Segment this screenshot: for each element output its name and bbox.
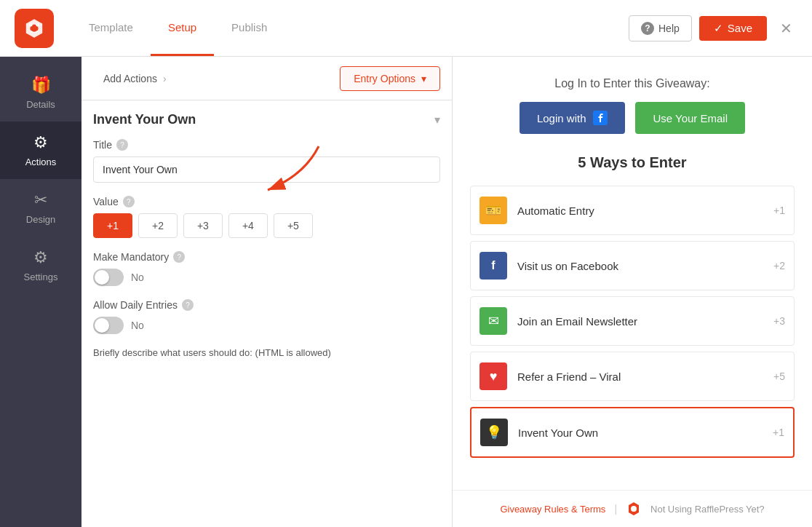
section-title: Invent Your Own bbox=[93, 112, 196, 127]
entry-icon-auto: 🎫 bbox=[479, 197, 507, 224]
section-header: Invent Your Own ▾ bbox=[93, 112, 440, 127]
sidebar-item-actions[interactable]: ⚙ Actions bbox=[0, 122, 81, 179]
add-actions-chevron-icon: › bbox=[163, 73, 167, 84]
sidebar-item-details[interactable]: 🎁 Details bbox=[0, 64, 81, 122]
allow-daily-toggle-row: No bbox=[93, 317, 440, 334]
help-button[interactable]: ? Help bbox=[629, 15, 692, 41]
entry-options-label: Entry Options bbox=[354, 73, 415, 84]
top-bar: Template Setup Publish ? Help ✓ Save ✕ bbox=[0, 0, 812, 57]
value-label-text: Value bbox=[93, 196, 119, 207]
logo-icon bbox=[23, 17, 46, 40]
sidebar-design-label: Design bbox=[26, 214, 55, 225]
value-label: Value ? bbox=[93, 196, 440, 207]
save-checkmark-icon: ✓ bbox=[714, 22, 723, 35]
gift-icon: 🎁 bbox=[31, 76, 51, 95]
tab-publish[interactable]: Publish bbox=[214, 0, 284, 56]
entry-points-refer: +5 bbox=[773, 371, 785, 382]
svg-point-3 bbox=[36, 23, 39, 26]
entry-options-button[interactable]: Entry Options ▾ bbox=[340, 66, 440, 91]
facebook-icon bbox=[593, 111, 608, 125]
rafflepress-badge-icon bbox=[626, 501, 642, 517]
allow-daily-text: Allow Daily Entries bbox=[93, 299, 178, 311]
entry-options-chevron-icon: ▾ bbox=[421, 73, 426, 84]
svg-point-2 bbox=[29, 23, 33, 26]
section-chevron-icon[interactable]: ▾ bbox=[434, 113, 440, 127]
value-btn-2[interactable]: +2 bbox=[138, 213, 178, 238]
entry-item-facebook[interactable]: f Visit us on Facebook +2 bbox=[470, 241, 795, 290]
entry-points-invent: +1 bbox=[773, 427, 784, 438]
top-nav: Template Setup Publish bbox=[71, 0, 629, 56]
login-fb-label: Login with bbox=[537, 112, 586, 124]
make-mandatory-text: Make Mandatory bbox=[93, 251, 169, 263]
settings-icon: ⚙ bbox=[33, 248, 48, 267]
value-btn-4[interactable]: +4 bbox=[228, 213, 268, 238]
title-help-icon[interactable]: ? bbox=[116, 139, 128, 151]
entry-name-facebook: Visit us on Facebook bbox=[517, 260, 763, 272]
add-actions-button[interactable]: Add Actions › bbox=[93, 67, 177, 90]
value-btn-3[interactable]: +3 bbox=[183, 213, 223, 238]
value-field-group: Value ? +1 +2 +3 +4 +5 bbox=[93, 196, 440, 238]
title-input[interactable] bbox=[93, 156, 440, 183]
help-label: Help bbox=[658, 23, 680, 34]
allow-daily-group: Allow Daily Entries ? No bbox=[93, 299, 440, 334]
tab-setup[interactable]: Setup bbox=[151, 0, 214, 56]
entry-item-invent[interactable]: 💡 Invent Your Own +1 bbox=[470, 407, 795, 458]
description-label: Briefly describe what users should do: (… bbox=[93, 347, 440, 358]
value-help-icon[interactable]: ? bbox=[123, 196, 135, 207]
login-title: Log In to Enter this Giveaway: bbox=[470, 77, 795, 90]
entry-name-invent: Invent Your Own bbox=[518, 427, 763, 439]
value-btn-5[interactable]: +5 bbox=[274, 213, 313, 238]
sidebar: 🎁 Details ⚙ Actions ✂ Design ⚙ Settings bbox=[0, 57, 81, 527]
entry-icon-invent: 💡 bbox=[480, 419, 508, 446]
entry-points-email: +3 bbox=[773, 315, 785, 327]
main-area: 🎁 Details ⚙ Actions ✂ Design ⚙ Settings … bbox=[0, 57, 812, 527]
ways-title: 5 Ways to Enter bbox=[470, 154, 795, 171]
entry-item-refer[interactable]: ♥ Refer a Friend – Viral +5 bbox=[470, 352, 795, 401]
title-input-wrapper bbox=[93, 156, 440, 183]
login-section: Log In to Enter this Giveaway: Login wit… bbox=[470, 77, 795, 134]
panel-scroll[interactable]: Invent Your Own ▾ Title ? bbox=[81, 100, 452, 527]
entry-item-auto[interactable]: 🎫 Automatic Entry +1 bbox=[470, 186, 795, 235]
preview-scroll[interactable]: Log In to Enter this Giveaway: Login wit… bbox=[453, 57, 812, 490]
entry-name-email: Join an Email Newsletter bbox=[517, 315, 763, 328]
add-actions-label: Add Actions bbox=[103, 73, 157, 84]
entry-icon-facebook: f bbox=[479, 252, 507, 280]
make-mandatory-toggle-knob bbox=[95, 270, 109, 285]
entry-item-email[interactable]: ✉ Join an Email Newsletter +3 bbox=[470, 296, 795, 346]
allow-daily-label: Allow Daily Entries ? bbox=[93, 299, 440, 311]
allow-daily-toggle[interactable] bbox=[93, 317, 124, 334]
make-mandatory-label: Make Mandatory ? bbox=[93, 251, 440, 263]
actions-icon: ⚙ bbox=[33, 133, 48, 152]
login-buttons: Login with Use Your Email bbox=[470, 102, 795, 134]
description-group: Briefly describe what users should do: (… bbox=[93, 347, 440, 358]
entry-icon-refer: ♥ bbox=[479, 362, 507, 390]
entry-icon-email: ✉ bbox=[479, 307, 507, 335]
allow-daily-help-icon[interactable]: ? bbox=[182, 299, 194, 311]
footer-not-using: Not Using RafflePress Yet? bbox=[650, 504, 765, 515]
value-btn-1[interactable]: +1 bbox=[93, 213, 132, 238]
panel: Add Actions › Entry Options ▾ Invent You… bbox=[81, 57, 453, 527]
sidebar-settings-label: Settings bbox=[24, 272, 58, 282]
make-mandatory-toggle-row: No bbox=[93, 269, 440, 286]
login-facebook-button[interactable]: Login with bbox=[520, 102, 626, 134]
make-mandatory-toggle-label: No bbox=[131, 272, 144, 283]
sidebar-item-design[interactable]: ✂ Design bbox=[0, 179, 81, 237]
value-buttons-group: +1 +2 +3 +4 +5 bbox=[93, 213, 440, 238]
save-button[interactable]: ✓ Save bbox=[699, 16, 767, 41]
giveaway-rules-link[interactable]: Giveaway Rules & Terms bbox=[500, 504, 605, 515]
make-mandatory-help-icon[interactable]: ? bbox=[173, 251, 185, 263]
entry-name-refer: Refer a Friend – Viral bbox=[517, 371, 763, 383]
sidebar-item-settings[interactable]: ⚙ Settings bbox=[0, 237, 81, 294]
top-right-actions: ? Help ✓ Save ✕ bbox=[629, 15, 797, 41]
logo bbox=[15, 9, 54, 48]
title-label-text: Title bbox=[93, 139, 112, 151]
footer-separator: | bbox=[614, 503, 617, 515]
entry-name-auto: Automatic Entry bbox=[517, 205, 763, 217]
entry-points-auto: +1 bbox=[773, 205, 785, 216]
preview-inner: Log In to Enter this Giveaway: Login wit… bbox=[453, 57, 812, 458]
make-mandatory-toggle[interactable] bbox=[93, 269, 124, 286]
login-email-button[interactable]: Use Your Email bbox=[635, 102, 745, 134]
close-button[interactable]: ✕ bbox=[774, 17, 797, 40]
allow-daily-toggle-label: No bbox=[131, 320, 144, 331]
tab-template[interactable]: Template bbox=[71, 0, 151, 56]
